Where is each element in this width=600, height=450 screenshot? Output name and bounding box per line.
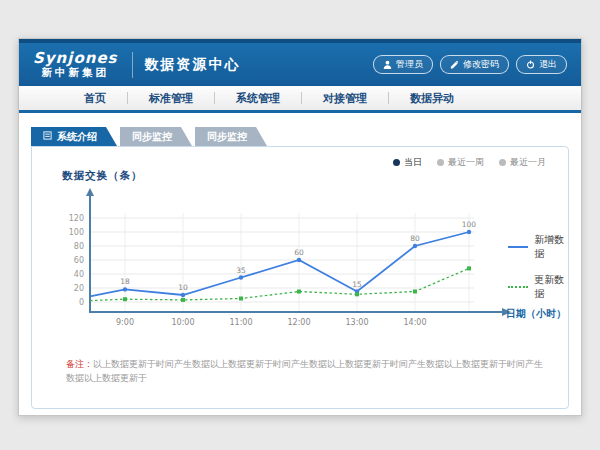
- solid-line-swatch: [508, 246, 528, 248]
- period-filter-group: 当日 最近一周 最近一月: [393, 156, 546, 169]
- footnote-label: 备注：: [66, 359, 93, 369]
- svg-text:120: 120: [69, 214, 84, 223]
- svg-text:10:00: 10:00: [171, 318, 194, 327]
- logout-button[interactable]: 退出: [516, 55, 567, 74]
- svg-text:12:00: 12:00: [287, 318, 310, 327]
- svg-text:15: 15: [352, 280, 362, 289]
- content-area: 系统介绍 同步监控 同步监控 当日 最近一周: [19, 113, 581, 409]
- tab-label: 系统介绍: [57, 127, 97, 146]
- nav-item-home[interactable]: 首页: [63, 91, 127, 106]
- nav-item-integration[interactable]: 对接管理: [302, 91, 388, 106]
- svg-text:35: 35: [236, 266, 246, 275]
- legend-item-updated-data: 更新数据: [508, 273, 568, 301]
- svg-text:18: 18: [120, 277, 130, 286]
- nav-item-standards[interactable]: 标准管理: [128, 91, 214, 106]
- filter-label: 最近一月: [510, 156, 546, 169]
- radio-icon: [437, 159, 444, 166]
- logo-company-name: 新中新集团: [33, 67, 118, 79]
- admin-user-button[interactable]: 管理员: [373, 55, 433, 74]
- page-title: 数据资源中心: [145, 56, 241, 74]
- app-window: Synjones 新中新集团 数据资源中心 管理员 修改密码: [18, 38, 582, 416]
- header-actions: 管理员 修改密码 退出: [373, 55, 567, 74]
- app-header: Synjones 新中新集团 数据资源中心 管理员 修改密码: [19, 39, 581, 86]
- filter-option-last-week[interactable]: 最近一周: [437, 156, 484, 169]
- chart-legend: 新增数据 更新数据: [508, 233, 568, 313]
- filter-label: 当日: [404, 156, 422, 169]
- radio-icon: [393, 159, 400, 166]
- svg-text:10: 10: [178, 283, 188, 292]
- filter-option-today[interactable]: 当日: [393, 156, 422, 169]
- svg-text:40: 40: [74, 270, 84, 279]
- change-password-label: 修改密码: [463, 58, 499, 71]
- user-icon: [383, 60, 392, 69]
- svg-text:100: 100: [462, 220, 477, 229]
- tab-bar: 系统介绍 同步监控 同步监控: [31, 127, 581, 146]
- desktop-background: Synjones 新中新集团 数据资源中心 管理员 修改密码: [0, 0, 600, 450]
- filter-option-last-month[interactable]: 最近一月: [499, 156, 546, 169]
- svg-text:80: 80: [410, 234, 420, 243]
- edit-icon: [450, 60, 459, 69]
- tab-sync-monitor-1[interactable]: 同步监控: [120, 127, 192, 146]
- chart-panel: 当日 最近一周 最近一月 数据交换（条） 0204060801001209:00…: [31, 146, 569, 409]
- svg-text:14:00: 14:00: [403, 318, 426, 327]
- svg-text:100: 100: [69, 228, 84, 237]
- footnote: 备注：以上数据更新于时间产生数据以上数据更新于时间产生数据以上数据更新于时间产生…: [66, 357, 550, 386]
- footnote-text: 以上数据更新于时间产生数据以上数据更新于时间产生数据以上数据更新于时间产生数据以…: [66, 359, 543, 383]
- change-password-button[interactable]: 修改密码: [440, 55, 509, 74]
- legend-label: 更新数据: [534, 273, 568, 301]
- logout-label: 退出: [539, 58, 557, 71]
- svg-text:13:00: 13:00: [345, 318, 368, 327]
- nav-item-data-changes[interactable]: 数据异动: [389, 91, 475, 106]
- legend-item-new-data: 新增数据: [508, 233, 568, 261]
- tab-label: 同步监控: [207, 127, 247, 146]
- header-divider: [132, 52, 133, 78]
- main-nav: 首页 标准管理 系统管理 对接管理 数据异动: [19, 86, 581, 113]
- logo-wordmark: Synjones: [33, 50, 118, 67]
- svg-text:0: 0: [79, 298, 84, 307]
- svg-text:9:00: 9:00: [116, 318, 134, 327]
- svg-text:60: 60: [294, 248, 304, 257]
- nav-item-system[interactable]: 系统管理: [215, 91, 301, 106]
- filter-label: 最近一周: [448, 156, 484, 169]
- admin-user-label: 管理员: [396, 58, 423, 71]
- tab-label: 同步监控: [132, 127, 172, 146]
- radio-icon: [499, 159, 506, 166]
- power-icon: [526, 60, 535, 69]
- y-axis-title: 数据交换（条）: [62, 169, 143, 183]
- document-icon: [43, 127, 52, 146]
- legend-label: 新增数据: [534, 233, 568, 261]
- svg-text:20: 20: [74, 284, 84, 293]
- tab-system-intro[interactable]: 系统介绍: [31, 127, 117, 146]
- svg-text:80: 80: [74, 242, 84, 251]
- tab-sync-monitor-2[interactable]: 同步监控: [195, 127, 267, 146]
- logo: Synjones 新中新集团: [33, 50, 118, 79]
- dotted-line-swatch: [508, 286, 528, 288]
- svg-text:60: 60: [74, 256, 84, 265]
- svg-text:11:00: 11:00: [229, 318, 252, 327]
